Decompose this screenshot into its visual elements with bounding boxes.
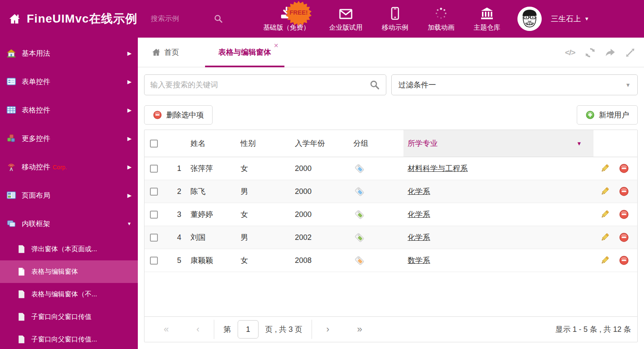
last-page-icon[interactable]: » — [350, 324, 369, 335]
major-link[interactable]: 材料科学与工程系 — [408, 163, 468, 173]
search-icon[interactable] — [213, 14, 223, 24]
minus-circle-icon — [153, 110, 162, 120]
select-all-checkbox[interactable] — [150, 140, 158, 148]
sidebar-item-label: 基本用法 — [22, 48, 127, 58]
sidebar-subitem-child-to-parent-2[interactable]: 子窗口向父窗口传值... — [0, 328, 138, 349]
delete-icon[interactable] — [619, 255, 629, 265]
cell-group — [349, 249, 403, 272]
col-major[interactable]: 所学专业 ▼ — [403, 130, 593, 157]
edit-icon[interactable] — [600, 255, 610, 265]
sidebar-item-page-layout[interactable]: 页面布局 ▶ — [0, 181, 138, 209]
source-code-icon[interactable]: </> — [564, 46, 576, 59]
tab-home[interactable]: 首页 — [152, 47, 179, 57]
cell-gender: 女 — [241, 157, 291, 180]
antenna-icon — [6, 162, 16, 172]
sidebar-item-grid-controls[interactable]: 表格控件 ▶ — [0, 96, 138, 124]
first-page-icon[interactable]: « — [157, 324, 175, 335]
page-prefix: 第 — [223, 324, 231, 334]
nav-label: 主题仓库 — [474, 23, 500, 32]
cell-gender: 女 — [241, 249, 291, 272]
grid-header: 姓名 性别 入学年份 分组 所学专业 ▼ — [145, 130, 637, 157]
sidebar-item-more-controls[interactable]: 更多控件 ▶ — [0, 124, 138, 153]
refresh-icon[interactable] — [584, 46, 596, 59]
table-row: 1 张萍萍 女 2000 材料科学与工程系 — [145, 157, 637, 180]
edit-icon[interactable] — [600, 186, 610, 196]
row-actions — [593, 203, 637, 226]
delete-selected-button[interactable]: 删除选中项 — [144, 105, 213, 125]
keyword-search-box[interactable] — [144, 74, 386, 95]
major-link[interactable]: 数学系 — [408, 255, 430, 265]
chevron-right-icon: ▶ — [127, 135, 132, 142]
add-user-button[interactable]: 新增用户 — [577, 105, 638, 125]
app-header: FineUIMvc在线示例 FREE! 基础版（免费） — [0, 0, 644, 38]
sidebar-subitem-label: 子窗口向父窗口传值... — [31, 335, 97, 344]
expand-icon[interactable] — [624, 46, 636, 59]
sidebar-item-basic-usage[interactable]: 基本用法 ▶ — [0, 39, 138, 67]
cell-group — [349, 203, 403, 226]
sidebar-subitem-grid-edit-window-2[interactable]: 表格与编辑窗体（不... — [0, 283, 138, 306]
chevron-right-icon: ▶ — [127, 50, 132, 56]
page-input[interactable] — [238, 320, 259, 339]
next-page-icon[interactable]: › — [319, 324, 337, 335]
sidebar-item-mobile-controls[interactable]: 移动控件Corp. ▶ — [0, 153, 138, 181]
tab-home-label: 首页 — [164, 47, 179, 57]
frames-icon — [6, 219, 16, 229]
major-link[interactable]: 化学系 — [408, 186, 430, 196]
cell-year: 2000 — [291, 203, 349, 226]
sidebar-item-form-controls[interactable]: 表单控件 ▶ — [0, 67, 138, 96]
tag-icon — [354, 255, 365, 266]
sidebar-subitem-grid-edit-window[interactable]: 表格与编辑窗体 — [0, 260, 138, 283]
nav-theme-store[interactable]: 主题仓库 — [468, 6, 506, 32]
prev-page-icon[interactable]: ‹ — [189, 324, 207, 335]
user-name: 三生石上 — [551, 14, 581, 24]
row-actions — [593, 180, 637, 203]
grid-body: 1 张萍萍 女 2000 材料科学与工程系 — [145, 157, 637, 272]
header-search[interactable] — [151, 14, 234, 24]
table-row: 4 刘国 男 2002 化学系 — [145, 226, 637, 249]
row-checkbox[interactable] — [150, 211, 158, 219]
row-checkbox[interactable] — [150, 257, 158, 265]
nav-mobile-demo[interactable]: 移动示例 — [376, 6, 414, 32]
row-number: 4 — [163, 226, 186, 249]
chevron-down-icon[interactable]: ▼ — [576, 140, 582, 147]
row-checkbox[interactable] — [150, 188, 158, 196]
keyword-search-input[interactable] — [150, 81, 369, 89]
cell-name: 董婷婷 — [186, 203, 241, 226]
divider — [214, 320, 214, 339]
nav-enterprise-trial[interactable]: 企业版试用 — [323, 6, 368, 32]
edit-icon[interactable] — [600, 163, 610, 173]
delete-icon[interactable] — [619, 209, 629, 219]
document-icon — [17, 312, 26, 321]
header-search-input[interactable] — [151, 15, 213, 23]
sidebar-subitem-child-to-parent[interactable]: 子窗口向父窗口传值 — [0, 306, 138, 328]
row-checkbox[interactable] — [150, 165, 158, 173]
tab-grid-edit-window[interactable]: 表格与编辑窗体 ✕ — [205, 38, 284, 67]
avatar[interactable] — [517, 7, 542, 31]
edit-icon[interactable] — [600, 209, 610, 219]
sidebar-subitem-popup-window[interactable]: 弹出窗体（本页面或... — [0, 238, 138, 260]
filter-condition-select[interactable]: 过滤条件一 ▼ — [391, 74, 638, 95]
close-icon[interactable]: ✕ — [274, 43, 279, 48]
home-icon[interactable] — [8, 13, 21, 25]
chevron-right-icon: ▶ — [127, 107, 132, 113]
search-icon[interactable] — [369, 79, 380, 90]
edit-icon[interactable] — [600, 232, 610, 242]
open-new-window-icon[interactable] — [604, 46, 616, 59]
col-actions — [593, 130, 637, 157]
row-checkbox[interactable] — [150, 234, 158, 242]
cell-name: 刘国 — [186, 226, 241, 249]
delete-icon[interactable] — [619, 163, 629, 173]
col-major-label: 所学专业 — [408, 138, 576, 148]
nav-label: 加载动画 — [428, 23, 454, 32]
user-menu[interactable]: 三生石上 ▼ — [517, 7, 589, 31]
major-link[interactable]: 化学系 — [408, 209, 430, 219]
delete-icon[interactable] — [619, 186, 629, 196]
nav-label: 移动示例 — [382, 23, 408, 32]
sidebar-item-iframe[interactable]: 内联框架 ▼ — [0, 209, 138, 238]
delete-icon[interactable] — [619, 232, 629, 242]
sidebar-item-label: 表格控件 — [22, 105, 127, 115]
sidebar-item-label: 表单控件 — [22, 77, 127, 87]
major-link[interactable]: 化学系 — [408, 232, 430, 242]
nav-loading-animation[interactable]: 加载动画 — [422, 6, 460, 32]
document-icon — [17, 335, 26, 344]
